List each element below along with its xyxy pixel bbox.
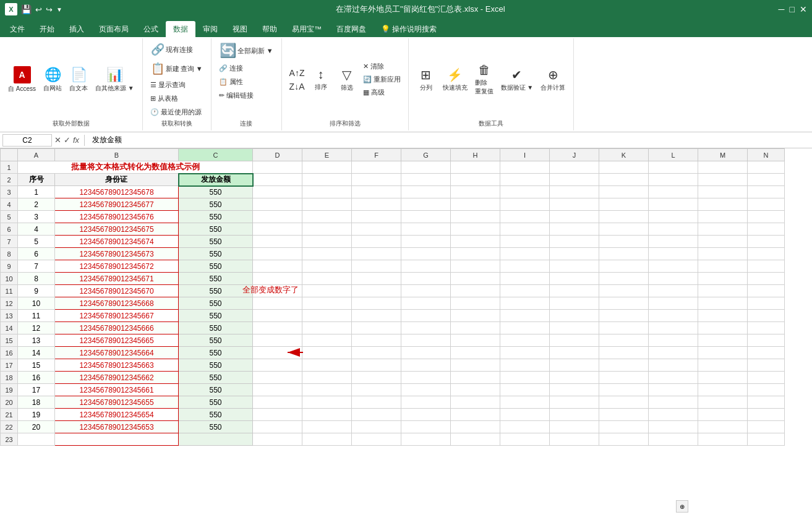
cell-h3[interactable] xyxy=(451,186,500,198)
col-header-n[interactable]: N xyxy=(748,149,785,161)
cell-g7[interactable] xyxy=(401,236,451,248)
cell-m19[interactable] xyxy=(698,384,748,396)
cell-f16[interactable] xyxy=(352,347,401,359)
cell-d13[interactable] xyxy=(253,310,302,322)
cell-c8[interactable]: 550 xyxy=(179,248,253,260)
cell-a23[interactable] xyxy=(18,433,55,446)
cell-m9[interactable] xyxy=(698,260,748,273)
cell-k13[interactable] xyxy=(599,310,649,322)
cell-k4[interactable] xyxy=(599,198,649,211)
col-header-l[interactable]: L xyxy=(649,149,698,161)
cell-l8[interactable] xyxy=(649,248,698,260)
cell-g12[interactable] xyxy=(401,297,451,310)
cell-a20[interactable]: 18 xyxy=(18,396,55,409)
cell-n14[interactable] xyxy=(748,322,785,334)
cell-c21[interactable]: 550 xyxy=(179,409,253,421)
cell-c12[interactable]: 550 xyxy=(179,297,253,310)
cell-a8[interactable]: 6 xyxy=(18,248,55,260)
col-header-h[interactable]: H xyxy=(451,149,500,161)
sort-desc-button[interactable]: Z↓A xyxy=(287,80,307,93)
existing-connections-button[interactable]: 🔗 现有连接 xyxy=(148,41,196,58)
cell-l16[interactable] xyxy=(649,347,698,359)
cell-f1[interactable] xyxy=(352,161,401,174)
cell-h13[interactable] xyxy=(451,310,500,322)
cell-c7[interactable]: 550 xyxy=(179,236,253,248)
cell-k9[interactable] xyxy=(599,260,649,273)
cell-k7[interactable] xyxy=(599,236,649,248)
close-button[interactable]: ✕ xyxy=(800,4,807,14)
cell-c6[interactable]: 550 xyxy=(179,223,253,236)
cell-n15[interactable] xyxy=(748,334,785,347)
cell-l11[interactable] xyxy=(649,285,698,297)
cell-e22[interactable] xyxy=(302,421,352,433)
cell-n10[interactable] xyxy=(748,273,785,285)
cell-c9[interactable]: 550 xyxy=(179,260,253,273)
cell-e13[interactable] xyxy=(302,310,352,322)
cell-i11[interactable] xyxy=(500,285,550,297)
cell-i5[interactable] xyxy=(500,211,550,223)
cell-i18[interactable] xyxy=(500,372,550,384)
col-header-m[interactable]: M xyxy=(698,149,748,161)
cell-k17[interactable] xyxy=(599,359,649,372)
cell-k12[interactable] xyxy=(599,297,649,310)
col-header-a[interactable]: A xyxy=(18,149,55,161)
cell-n5[interactable] xyxy=(748,211,785,223)
cell-n2[interactable] xyxy=(748,174,785,186)
cell-l23[interactable] xyxy=(649,433,698,446)
undo-icon[interactable]: ↩ xyxy=(35,5,42,14)
cell-f17[interactable] xyxy=(352,359,401,372)
text-to-col-button[interactable]: ⊞ 分列 xyxy=(414,66,438,94)
from-table-button[interactable]: ⊞ 从表格 xyxy=(148,93,181,104)
cell-d10[interactable] xyxy=(253,273,302,285)
cell-f6[interactable] xyxy=(352,223,401,236)
cell-d1[interactable] xyxy=(253,161,302,174)
cell-l10[interactable] xyxy=(649,273,698,285)
cell-i21[interactable] xyxy=(500,409,550,421)
show-query-button[interactable]: ☰ 显示查询 xyxy=(148,79,188,91)
cell-b5[interactable]: 123456789012345676 xyxy=(55,211,179,223)
tab-insert[interactable]: 插入 xyxy=(62,21,92,37)
cell-k10[interactable] xyxy=(599,273,649,285)
cell-j9[interactable] xyxy=(550,260,599,273)
cell-f9[interactable] xyxy=(352,260,401,273)
cell-g19[interactable] xyxy=(401,384,451,396)
cell-l22[interactable] xyxy=(649,421,698,433)
cell-m21[interactable] xyxy=(698,409,748,421)
cell-m6[interactable] xyxy=(698,223,748,236)
cell-d15[interactable] xyxy=(253,334,302,347)
cell-j18[interactable] xyxy=(550,372,599,384)
cell-f20[interactable] xyxy=(352,396,401,409)
cell-k16[interactable] xyxy=(599,347,649,359)
cell-j7[interactable] xyxy=(550,236,599,248)
cell-k1[interactable] xyxy=(599,161,649,174)
cell-j1[interactable] xyxy=(550,161,599,174)
cell-f18[interactable] xyxy=(352,372,401,384)
cell-j2[interactable] xyxy=(550,174,599,186)
cell-c13[interactable]: 550 xyxy=(179,310,253,322)
cell-c5[interactable]: 550 xyxy=(179,211,253,223)
cell-n7[interactable] xyxy=(748,236,785,248)
cell-n22[interactable] xyxy=(748,421,785,433)
cell-i14[interactable] xyxy=(500,322,550,334)
cell-h2[interactable] xyxy=(451,174,500,186)
cell-a4[interactable]: 2 xyxy=(18,198,55,211)
cell-l12[interactable] xyxy=(649,297,698,310)
cell-e8[interactable] xyxy=(302,248,352,260)
cell-b7[interactable]: 123456789012345674 xyxy=(55,236,179,248)
cell-f7[interactable] xyxy=(352,236,401,248)
cell-f5[interactable] xyxy=(352,211,401,223)
cell-f12[interactable] xyxy=(352,297,401,310)
cell-h6[interactable] xyxy=(451,223,500,236)
cell-g15[interactable] xyxy=(401,334,451,347)
cell-k21[interactable] xyxy=(599,409,649,421)
cell-j20[interactable] xyxy=(550,396,599,409)
cell-g6[interactable] xyxy=(401,223,451,236)
cell-g1[interactable] xyxy=(401,161,451,174)
cell-l17[interactable] xyxy=(649,359,698,372)
cell-i9[interactable] xyxy=(500,260,550,273)
cell-n9[interactable] xyxy=(748,260,785,273)
cell-l19[interactable] xyxy=(649,384,698,396)
cell-k8[interactable] xyxy=(599,248,649,260)
cell-a10[interactable]: 8 xyxy=(18,273,55,285)
cell-f8[interactable] xyxy=(352,248,401,260)
